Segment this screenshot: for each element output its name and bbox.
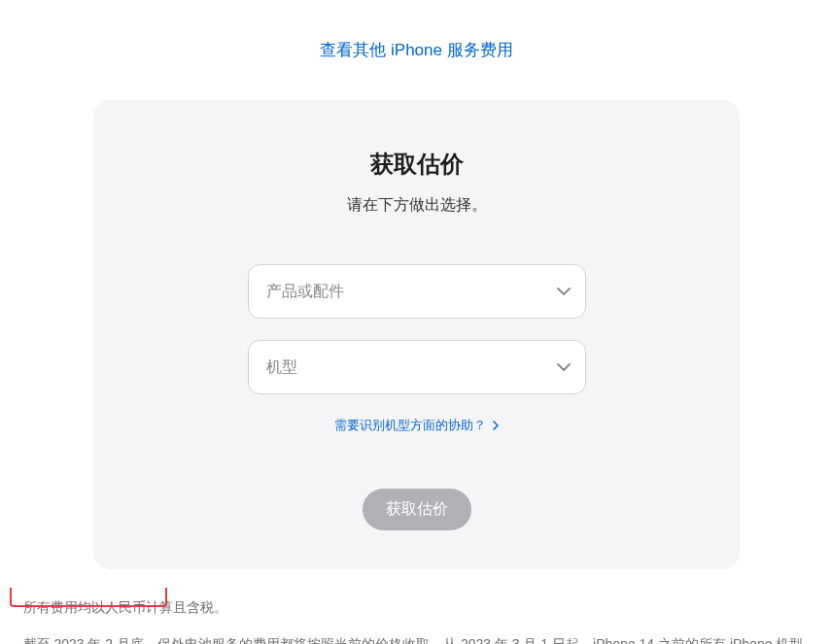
- help-link-container: 需要识别机型方面的协助？: [132, 416, 701, 434]
- other-services-link[interactable]: 查看其他 iPhone 服务费用: [320, 41, 512, 59]
- product-select-wrapper: 产品或配件: [248, 264, 586, 319]
- estimate-card: 获取估价 请在下方做出选择。 产品或配件 机型 需要识别机型方面的协助？ 获取估…: [93, 100, 740, 569]
- card-title: 获取估价: [132, 149, 701, 180]
- chevron-right-icon: [493, 419, 499, 433]
- product-select[interactable]: 产品或配件: [248, 264, 586, 319]
- footer-line-1: 所有费用均以人民币计算且含税。: [23, 596, 811, 620]
- top-link-container: 查看其他 iPhone 服务费用: [0, 39, 833, 61]
- model-select[interactable]: 机型: [248, 340, 586, 394]
- card-subtitle: 请在下方做出选择。: [132, 195, 701, 216]
- footer-text: 所有费用均以人民币计算且含税。 截至 2023 年 2 月底，保外电池服务的费用…: [14, 596, 820, 644]
- footer-line-2-part1: 截至 2023 年 2 月底，保外电池服务的费用都将按照当前的价格收取。从 20…: [23, 636, 804, 644]
- footer-line-2: 截至 2023 年 2 月底，保外电池服务的费用都将按照当前的价格收取。从 20…: [23, 633, 811, 644]
- model-select-wrapper: 机型: [248, 340, 586, 394]
- help-link-text: 需要识别机型方面的协助？: [334, 418, 486, 432]
- get-estimate-button[interactable]: 获取估价: [363, 489, 471, 530]
- identify-model-help-link[interactable]: 需要识别机型方面的协助？: [334, 418, 500, 432]
